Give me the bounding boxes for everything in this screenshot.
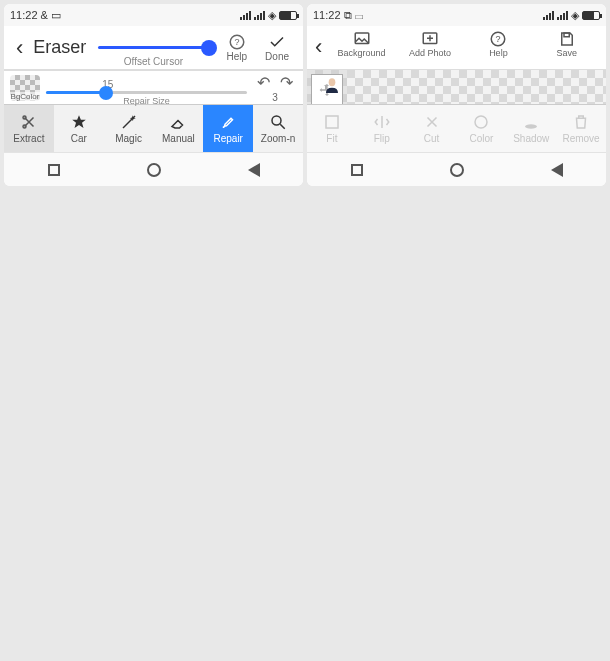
- layer-thumbnails: [307, 70, 347, 104]
- back-key[interactable]: [248, 163, 260, 177]
- image-icon: [353, 30, 371, 48]
- status-bar: 11:22 ⧉ ▭ ◈: [307, 4, 606, 26]
- android-nav: [307, 152, 606, 186]
- screen-title: Eraser: [33, 37, 86, 58]
- tab-zoom[interactable]: Zoom-n: [253, 105, 303, 152]
- help-icon: ?: [489, 30, 507, 48]
- save-button[interactable]: Save: [534, 28, 600, 58]
- recents-key[interactable]: [351, 164, 363, 176]
- status-extra: & ▭: [41, 9, 61, 22]
- signal-icon: [240, 11, 251, 20]
- offset-cursor-slider[interactable]: Offset Cursor: [92, 46, 214, 49]
- trash-icon: [572, 113, 590, 131]
- undo-button[interactable]: ↶: [257, 73, 270, 92]
- tool-tabs: Extract Car Magic Manual Repair Zoom-n: [4, 104, 303, 152]
- svg-point-22: [329, 78, 336, 86]
- status-time: 11:22: [10, 9, 38, 21]
- fit-icon: [323, 113, 341, 131]
- tab-car[interactable]: Car: [54, 105, 104, 152]
- tab-extract[interactable]: Extract: [4, 105, 54, 152]
- status-extra: ⧉ ▭: [344, 9, 363, 22]
- battery-icon: [582, 11, 600, 20]
- wifi-icon: ◈: [268, 9, 276, 22]
- status-time: 11:22: [313, 9, 341, 21]
- tab-manual[interactable]: Manual: [153, 105, 203, 152]
- mini-person-icon: [324, 77, 340, 93]
- layer-person-thumb[interactable]: [311, 74, 343, 104]
- signal-icon: [543, 11, 554, 20]
- magnifier-icon: [269, 113, 287, 131]
- transparency-checker: [307, 70, 606, 104]
- save-icon: [558, 30, 576, 48]
- compose-toolbar: ‹ Background Add Photo ? Help Save: [307, 26, 606, 70]
- flip-icon: [373, 113, 391, 131]
- add-image-icon: [421, 30, 439, 48]
- help-icon: ?: [228, 33, 246, 51]
- right-phone-screen: 11:22 ⧉ ▭ ◈ ‹ Background Add Photo ?: [307, 4, 606, 186]
- scissors-icon: [20, 113, 38, 131]
- check-icon: [268, 33, 286, 51]
- home-key[interactable]: [450, 163, 464, 177]
- back-key[interactable]: [551, 163, 563, 177]
- svg-rect-21: [564, 33, 569, 37]
- svg-text:?: ?: [234, 37, 239, 47]
- tab-shadow[interactable]: Shadow: [506, 105, 556, 152]
- offset-cursor-label: Offset Cursor: [92, 56, 214, 67]
- done-button[interactable]: Done: [259, 33, 295, 62]
- brush-icon: [219, 113, 237, 131]
- wifi-icon: ◈: [571, 9, 579, 22]
- recents-key[interactable]: [48, 164, 60, 176]
- eraser-icon: [169, 113, 187, 131]
- shadow-icon: [522, 113, 540, 131]
- tab-fit[interactable]: Fit: [307, 105, 357, 152]
- help-button[interactable]: ? Help: [465, 28, 531, 58]
- back-icon[interactable]: ‹: [313, 28, 326, 60]
- repair-size-label: Repair Size: [46, 96, 247, 106]
- repair-controls: BgColor 15 Repair Size ↶ ↷ 3: [4, 70, 303, 104]
- wand-icon: [120, 113, 138, 131]
- battery-icon: [279, 11, 297, 20]
- background-button[interactable]: Background: [328, 28, 394, 58]
- undo-count: 3: [272, 92, 278, 103]
- help-button[interactable]: ? Help: [221, 33, 254, 62]
- svg-point-33: [475, 116, 487, 128]
- cut-icon: [423, 113, 441, 131]
- tab-flip[interactable]: Flip: [357, 105, 407, 152]
- back-icon[interactable]: ‹: [12, 37, 27, 59]
- add-photo-button[interactable]: Add Photo: [397, 28, 463, 58]
- star-icon: [70, 113, 88, 131]
- svg-rect-32: [326, 116, 338, 128]
- compose-canvas[interactable]: [307, 70, 606, 104]
- signal-icon-2: [557, 11, 568, 20]
- tab-cut[interactable]: Cut: [407, 105, 457, 152]
- left-phone-screen: 11:22 & ▭ ◈ ‹ Eraser Offset Cursor ? He: [4, 4, 303, 186]
- compose-tool-tabs: Fit Flip Cut Color Shadow Remove: [307, 104, 606, 152]
- repair-size-slider[interactable]: 15 Repair Size: [46, 81, 247, 94]
- svg-point-13: [272, 116, 281, 125]
- signal-icon-2: [254, 11, 265, 20]
- tab-remove[interactable]: Remove: [556, 105, 606, 152]
- redo-button[interactable]: ↷: [280, 73, 293, 92]
- svg-line-14: [280, 124, 285, 129]
- tab-color[interactable]: Color: [456, 105, 506, 152]
- svg-point-34: [525, 124, 537, 129]
- eraser-toolbar: ‹ Eraser Offset Cursor ? Help Done: [4, 26, 303, 70]
- bgcolor-button[interactable]: BgColor: [10, 75, 40, 101]
- tab-magic[interactable]: Magic: [104, 105, 154, 152]
- home-key[interactable]: [147, 163, 161, 177]
- android-nav: [4, 152, 303, 186]
- color-icon: [472, 113, 490, 131]
- status-bar: 11:22 & ▭ ◈: [4, 4, 303, 26]
- svg-text:?: ?: [496, 34, 501, 44]
- tab-repair[interactable]: Repair: [203, 105, 253, 152]
